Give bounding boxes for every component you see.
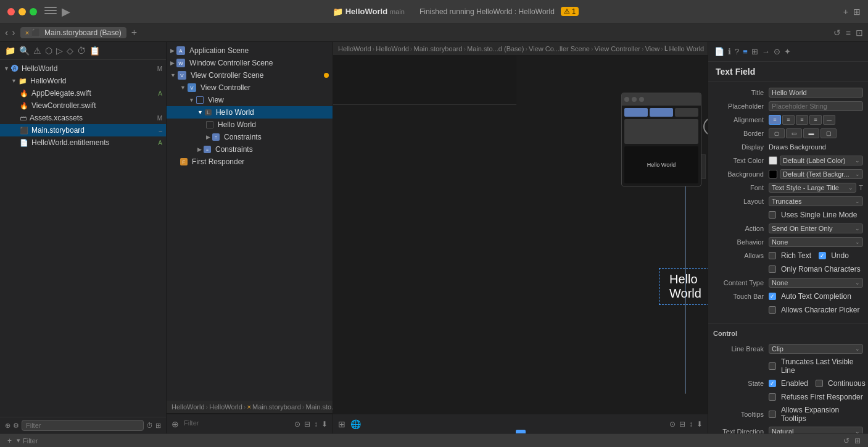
bottom-layout-icon[interactable]: ⊟ bbox=[304, 420, 310, 428]
insp-file-icon[interactable]: 📄 bbox=[713, 46, 725, 57]
breadcrumb-base[interactable]: Main.sto...d (Base) bbox=[306, 403, 333, 411]
helloworld-group-item[interactable]: ▼ 📁 HelloWorld bbox=[0, 75, 166, 87]
main-storyboard-item[interactable]: ⬛ Main.storyboard – bbox=[0, 124, 166, 136]
layout-dropdown[interactable]: Truncates ⌄ bbox=[769, 196, 863, 206]
insp-size-icon[interactable]: ⊞ bbox=[750, 46, 759, 57]
tab-close-icon[interactable]: × bbox=[25, 29, 29, 36]
canvas-bc-vcscene[interactable]: View Co...ller Scene bbox=[529, 45, 590, 52]
canvas-zoom-icon[interactable]: ⊙ bbox=[669, 420, 676, 428]
insp-info-icon[interactable]: ℹ bbox=[727, 46, 732, 57]
filter-icon[interactable]: ⊕ bbox=[172, 419, 179, 429]
canvas-resize-icon[interactable]: ↕ bbox=[689, 420, 693, 428]
breadcrumb-mainstoryboard[interactable]: Main.storyboard bbox=[252, 403, 301, 411]
insp-binding-icon[interactable]: ⊙ bbox=[772, 46, 782, 57]
appdelegate-item[interactable]: 🔥 AppDelegate.swift A bbox=[0, 87, 166, 99]
border-none-button[interactable]: ▢ bbox=[769, 128, 785, 138]
project-root-item[interactable]: ▼ 🅐 HelloWorld M bbox=[0, 62, 166, 75]
nav-icon-breakpoint[interactable]: ◇ bbox=[67, 46, 73, 56]
bottom-add-icon[interactable]: ↕ bbox=[314, 420, 318, 428]
entitlements-item[interactable]: 📄 HelloWorld.entitlements A bbox=[0, 136, 166, 149]
hello-world-child-item[interactable]: Hello World bbox=[167, 119, 333, 131]
tab-back-button[interactable]: ‹ bbox=[5, 27, 8, 38]
title-input[interactable] bbox=[769, 88, 863, 98]
autotextcompletion-checkbox[interactable] bbox=[769, 293, 776, 300]
refusesfr-checkbox[interactable] bbox=[769, 393, 776, 401]
align-left-button[interactable]: ≡ bbox=[769, 115, 781, 125]
bottom-zoom-icon[interactable]: ⊙ bbox=[294, 420, 300, 428]
contenttype-dropdown[interactable]: None ⌄ bbox=[769, 278, 863, 288]
canvas-bc-helloworld2[interactable]: HelloWorld bbox=[376, 45, 409, 52]
new-tab-button[interactable]: + bbox=[131, 27, 137, 38]
assets-item[interactable]: 🗃 Assets.xcassets M bbox=[0, 112, 166, 124]
window-controller-scene-item[interactable]: ▶ W Window Controller Scene bbox=[167, 57, 333, 69]
split-icon[interactable]: ⊡ bbox=[856, 28, 863, 38]
refresh-icon[interactable]: ↺ bbox=[833, 28, 841, 38]
constraints-outer-item[interactable]: ▶ = Constraints bbox=[167, 143, 333, 156]
action-dropdown[interactable]: Send On Enter Only ⌄ bbox=[769, 224, 863, 233]
first-responder-item[interactable]: F First Responder bbox=[167, 156, 333, 168]
charpicker-checkbox[interactable] bbox=[769, 306, 776, 314]
nav-icon-issue[interactable]: ⚠ bbox=[33, 46, 41, 56]
nav-icon-history[interactable]: ⏱ bbox=[77, 46, 86, 56]
canvas-bc-storyboard[interactable]: Main.storyboard bbox=[414, 45, 463, 52]
run-button[interactable]: ▶ bbox=[62, 5, 70, 19]
font-edit-button[interactable]: T bbox=[859, 184, 863, 191]
insp-connection-icon[interactable]: → bbox=[761, 46, 771, 57]
filter-selector[interactable]: ▾ Filter bbox=[17, 437, 38, 445]
canvas-bc-base[interactable]: Main.sto...d (Base) bbox=[467, 45, 524, 52]
tooltips-checkbox[interactable] bbox=[769, 411, 776, 418]
canvas-bc-view[interactable]: View bbox=[645, 45, 660, 52]
textcolor-swatch[interactable] bbox=[769, 156, 777, 165]
canvas-bc-vc[interactable]: View Controller bbox=[595, 45, 640, 52]
border-bezel-button[interactable]: ▬ bbox=[803, 128, 819, 138]
hello-world-canvas-label[interactable]: Hello World bbox=[659, 268, 708, 305]
insp-help-icon[interactable]: ? bbox=[734, 46, 740, 57]
tab-forward-button[interactable]: › bbox=[12, 27, 15, 38]
canvas-layout-icon[interactable]: ⊟ bbox=[679, 420, 685, 428]
breadcrumb-helloworld[interactable]: HelloWorld bbox=[172, 403, 205, 411]
undo-checkbox[interactable] bbox=[819, 252, 826, 259]
insp-effect-icon[interactable]: ✦ bbox=[783, 46, 792, 57]
minimize-button[interactable] bbox=[19, 8, 26, 15]
viewcontroller-item[interactable]: 🔥 ViewController.swift bbox=[0, 99, 166, 112]
main-storyboard-tab[interactable]: × ⬛ Main.storyboard (Base) bbox=[20, 27, 126, 38]
hello-world-textfield-item[interactable]: ▼ L Hello World bbox=[167, 106, 333, 119]
canvas-bottom-globe[interactable]: 🌐 bbox=[350, 419, 361, 429]
bg-swatch[interactable] bbox=[769, 170, 777, 178]
nav-icon-search[interactable]: 🔍 bbox=[19, 46, 30, 56]
canvas-bottom-icon1[interactable]: ⊞ bbox=[338, 419, 345, 429]
border-rounded-button[interactable]: ▢ bbox=[820, 128, 837, 138]
roman-checkbox[interactable] bbox=[769, 265, 776, 273]
canvas-export-icon[interactable]: ⬇ bbox=[696, 420, 703, 428]
bottom-export-icon[interactable]: ⬇ bbox=[321, 420, 328, 428]
continuous-checkbox[interactable] bbox=[816, 380, 823, 387]
font-dropdown[interactable]: Text Style - Large Title ⌄ bbox=[769, 183, 856, 193]
insp-attrib-icon[interactable]: ≡ bbox=[742, 46, 749, 57]
bg-dropdown[interactable]: Default (Text Backgr... ⌄ bbox=[780, 169, 863, 179]
status-refresh-icon[interactable]: ↺ bbox=[843, 437, 849, 445]
warning-badge[interactable]: ⚠ 1 bbox=[561, 7, 579, 16]
nav-icon-folder[interactable]: 📁 bbox=[5, 46, 15, 56]
placeholder-input[interactable] bbox=[769, 101, 863, 111]
status-add-icon[interactable]: + bbox=[7, 437, 12, 445]
status-layout-icon[interactable]: ⊞ bbox=[854, 437, 861, 445]
breadcrumb-helloworld2[interactable]: HelloWorld bbox=[209, 403, 242, 411]
truncates-checkbox[interactable] bbox=[769, 362, 776, 370]
canvas-content[interactable]: ⚙ ▼ Hello World bbox=[333, 56, 708, 414]
align-center-button[interactable]: ≡ bbox=[782, 115, 795, 125]
application-scene-item[interactable]: ▶ A Application Scene bbox=[167, 44, 333, 57]
add-icon[interactable]: + bbox=[843, 7, 848, 17]
canvas-bc-helloworld3[interactable]: Hello World bbox=[669, 45, 705, 52]
view-controller-scene-item[interactable]: ▼ V View Controller Scene bbox=[167, 69, 333, 81]
align-right-button[interactable]: ≡ bbox=[796, 115, 808, 125]
sidebar-toggle-button[interactable] bbox=[44, 7, 57, 17]
singleline-checkbox[interactable] bbox=[769, 211, 776, 219]
constraints-inner-item[interactable]: ▶ = Constraints bbox=[167, 131, 333, 143]
close-button[interactable] bbox=[7, 8, 15, 15]
textcolor-dropdown[interactable]: Default (Label Color) ⌄ bbox=[780, 156, 863, 165]
nav-icon-debug[interactable]: ▷ bbox=[56, 46, 63, 56]
align-justify-button[interactable]: ≡ bbox=[809, 115, 822, 125]
textdirection-dropdown[interactable]: Natural ⌄ bbox=[769, 427, 863, 433]
align-natural-button[interactable]: — bbox=[823, 115, 835, 125]
view-item[interactable]: ▼ View bbox=[167, 94, 333, 106]
